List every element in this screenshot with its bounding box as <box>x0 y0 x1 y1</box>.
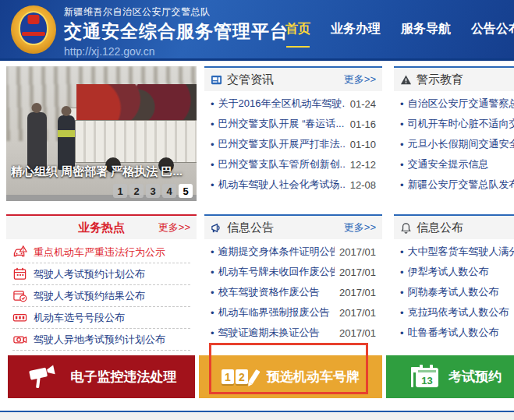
list-item[interactable]: •元旦小长假期间交通安全提 <box>400 134 514 154</box>
list-item[interactable]: •伊犁考试人数公布 <box>400 262 514 282</box>
bell-icon <box>400 222 412 234</box>
bullet-dot: • <box>211 159 214 171</box>
news-list: •关于2016年全区机动车驾驶...01-24•巴州交警支队开展 “春运话...… <box>204 91 382 197</box>
item-title: 驾驶人考试预约结果公布 <box>34 289 190 303</box>
item-title: 关于2016年全区机动车驾驶... <box>218 97 346 111</box>
platform-title: 交通安全综合服务管理平台 <box>64 19 289 44</box>
item-date: 01-24 <box>350 98 376 110</box>
carousel-page-button[interactable]: 4 <box>162 184 176 198</box>
bullet-dot: • <box>400 98 404 110</box>
list-item[interactable]: •司机开车时心脏不适向交警 <box>400 114 514 134</box>
item-title: 伊犁考试人数公布 <box>408 265 514 279</box>
news-more-link[interactable]: 更多>> <box>344 72 376 86</box>
plate-digit: 2 <box>236 369 248 384</box>
news-carousel[interactable]: 精心组织 周密部署 严格执法 巴... 12345 <box>6 66 197 201</box>
news-box-title: 交管资讯 <box>227 72 274 87</box>
plate-number-icon <box>12 310 27 325</box>
bullet-dot: • <box>400 266 404 278</box>
list-item[interactable]: •自治区公安厅交通警察总队 <box>400 94 514 114</box>
release-box-header: 信息公布 <box>394 216 514 239</box>
item-title: 机动车号牌未收回作废公告 <box>218 265 335 279</box>
item-date: 2017/01 <box>339 307 376 319</box>
item-title: 巴州交警支队开展严打非法... <box>218 137 346 151</box>
list-item[interactable]: •关于2016年全区机动车驾驶...01-24 <box>211 94 376 114</box>
electronic-monitoring-button[interactable]: 电子监控违法处理 <box>8 355 195 398</box>
footer-strip <box>0 412 514 420</box>
megaphone-icon <box>211 222 222 234</box>
carousel-page-button[interactable]: 5 <box>179 184 193 198</box>
item-title: 新疆公安厅交警总队发布交 <box>408 178 514 192</box>
main-nav: 首页业务办理服务导航公告公布 <box>285 0 514 58</box>
preselect-plate-button[interactable]: 12预选机动车号牌 <box>199 355 382 398</box>
list-item[interactable]: •吐鲁番考试人数公布 <box>400 323 514 343</box>
hot-list-item[interactable]: 驾驶人考试预约计划公布 <box>12 263 190 285</box>
list-item[interactable]: •机动车号牌未收回作废公告2017/01 <box>211 262 376 282</box>
hot-list-item[interactable]: 驾驶人考试预约结果公布 <box>12 285 190 307</box>
item-title: 交通安全提示信息 <box>408 157 514 171</box>
release-list: •大中型客货车驾驶人满分公•伊犁考试人数公布•阿勒泰考试人数公布•克拉玛依考试人… <box>394 239 514 345</box>
edu-list: •自治区公安厅交通警察总队•司机开车时心脏不适向交警•元旦小长假期间交通安全提•… <box>394 91 514 197</box>
item-title: 巴州交警支队车管所创新创... <box>218 157 346 171</box>
item-title: 驾驶证逾期未换证公告 <box>218 326 335 340</box>
hot-more-link[interactable]: 更多>> <box>158 221 190 235</box>
item-date: 2017/01 <box>339 287 376 298</box>
hot-list: 重点机动车严重违法行为公示驾驶人考试预约计划公布驾驶人考试预约结果公布机动车选号… <box>6 239 197 353</box>
list-item[interactable]: •新疆公安厅交警总队发布交 <box>400 175 514 195</box>
item-date: 01-16 <box>350 118 376 130</box>
carousel-page-button[interactable]: 2 <box>129 184 144 198</box>
exam-calendar-icon: 13 <box>411 367 438 387</box>
calendar-plan-icon <box>12 266 27 281</box>
list-item[interactable]: •巴州交警支队开展严打非法...01-10 <box>211 134 376 154</box>
notice-more-link[interactable]: 更多>> <box>344 221 376 235</box>
item-date: 12-08 <box>350 179 376 191</box>
bullet-dot: • <box>211 266 214 278</box>
edu-box: 警示教育 •自治区公安厅交通警察总队•司机开车时心脏不适向交警•元旦小长假期间交… <box>394 66 514 197</box>
banner-button-label: 考试预约 <box>448 368 502 386</box>
list-item[interactable]: •大中型客货车驾驶人满分公 <box>400 242 514 262</box>
list-item[interactable]: •机动车临界强制报废公告2017/01 <box>211 302 376 323</box>
item-title: 机动车选号号段公布 <box>34 311 190 325</box>
list-item[interactable]: •阿勒泰考试人数公布 <box>400 282 514 302</box>
list-item[interactable]: •克拉玛依考试人数公布 <box>400 302 514 323</box>
hot-list-item[interactable]: 驾驶人异地考试预约计划公布 <box>12 329 190 351</box>
notice-box-title: 信息公告 <box>227 221 274 235</box>
item-date: 2017/01 <box>339 246 376 258</box>
carousel-page-button[interactable]: 1 <box>113 184 127 198</box>
header-titles: 新疆维吾尔自治区公安厅交警总队 交通安全综合服务管理平台 http://xj.1… <box>64 5 289 58</box>
license-plate-icon: 12 <box>222 369 257 384</box>
warning-triangle-icon <box>400 74 412 86</box>
list-item[interactable]: •巴州交警支队车管所创新创...12-12 <box>211 154 376 175</box>
vehicle-violation-icon <box>12 245 27 259</box>
list-item[interactable]: •交通安全提示信息 <box>400 154 514 175</box>
news-box-header: 交管资讯 更多>> <box>204 68 382 91</box>
notice-box-header: 信息公告 更多>> <box>204 216 382 239</box>
pencil-icon <box>248 369 260 384</box>
flag-pole-icon <box>411 367 413 387</box>
hot-list-item[interactable]: 重点机动车严重违法行为公示 <box>12 242 190 263</box>
nav-item-announcements[interactable]: 公告公布 <box>471 21 514 37</box>
hot-list-item[interactable]: 机动车选号号段公布 <box>12 307 190 329</box>
cctv-camera-icon <box>27 364 61 390</box>
newspaper-icon <box>211 74 222 86</box>
item-title: 驾驶人异地考试预约计划公布 <box>34 333 190 347</box>
list-item[interactable]: •驾驶证逾期未换证公告2017/01 <box>211 323 376 343</box>
exam-appointment-button[interactable]: 13考试预约 <box>386 355 514 398</box>
badge-band <box>22 32 45 36</box>
nav-item-service-nav[interactable]: 服务导航 <box>401 21 451 37</box>
nav-item-business[interactable]: 业务办理 <box>331 21 381 37</box>
nav-item-home[interactable]: 首页 <box>285 21 310 37</box>
item-title: 大中型客货车驾驶人满分公 <box>408 245 514 259</box>
edu-box-title: 警示教育 <box>417 72 463 87</box>
photo-truck-bed <box>75 120 197 163</box>
list-item[interactable]: •校车驾驶资格作废公告2017/01 <box>211 282 376 302</box>
list-item[interactable]: •巴州交警支队开展 “春运话...01-16 <box>211 114 376 134</box>
camera-remote-icon <box>12 332 27 347</box>
list-item[interactable]: •逾期提交身体条件证明公告2017/01 <box>211 242 376 262</box>
banner-button-label: 预选机动车号牌 <box>267 368 360 386</box>
bullet-dot: • <box>400 159 404 171</box>
bullet-dot: • <box>211 139 214 150</box>
item-title: 自治区公安厅交通警察总队 <box>408 97 514 111</box>
list-item[interactable]: •机动车驾驶人社会化考试场...12-08 <box>211 175 376 195</box>
release-box-title: 信息公布 <box>417 221 463 235</box>
carousel-page-button[interactable]: 3 <box>146 184 160 198</box>
